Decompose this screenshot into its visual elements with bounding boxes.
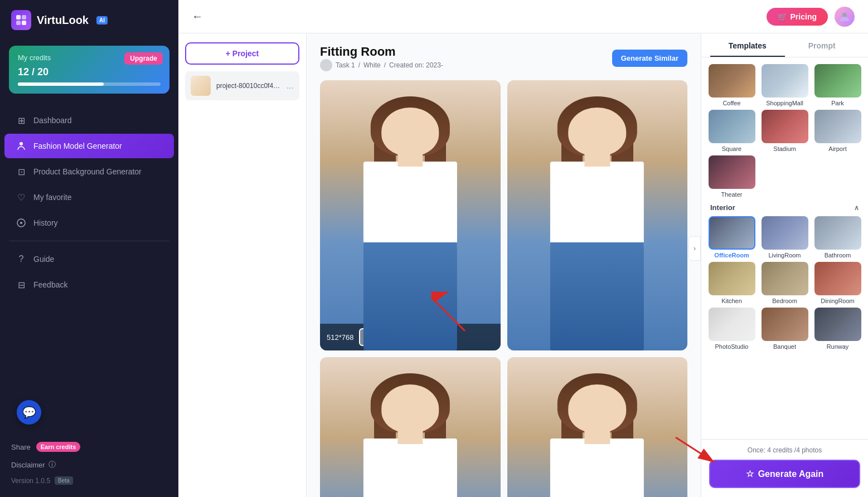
svg-rect-1 <box>22 15 26 20</box>
back-button[interactable]: ← <box>192 10 203 23</box>
version-row: Version 1.0.5 Beta <box>9 473 169 488</box>
coffee-label: Coffee <box>722 100 740 106</box>
template-theater[interactable]: Theater <box>707 155 757 198</box>
sidebar-item-history[interactable]: History <box>4 211 174 235</box>
feedback-icon: ⊟ <box>16 279 27 290</box>
tab-templates[interactable]: Templates <box>710 33 785 57</box>
pricing-button[interactable]: 🛒 Pricing <box>767 8 828 26</box>
svg-point-6 <box>20 222 22 224</box>
sidebar-item-guide[interactable]: ? Guide <box>4 247 174 271</box>
template-diningroom[interactable]: DiningRoom <box>813 262 862 304</box>
bedroom-thumb <box>762 262 808 295</box>
guide-label: Guide <box>33 255 54 264</box>
interior-row-2: Kitchen Bedroom DiningRoom <box>707 262 862 304</box>
stadium-thumb <box>762 110 808 143</box>
disclaimer-icon: ⓘ <box>49 460 56 470</box>
project-name: project-80010cc0f44f4dfc <box>216 82 281 90</box>
mall-label: ShoppingMall <box>766 100 803 106</box>
theater-thumb <box>709 155 755 189</box>
fashion-model-icon <box>16 140 27 152</box>
template-bathroom[interactable]: Bathroom <box>813 216 862 259</box>
template-bedroom[interactable]: Bedroom <box>760 262 809 304</box>
svg-rect-3 <box>22 21 26 25</box>
sidebar-item-dashboard[interactable]: ⊞ Dashboard <box>4 108 174 133</box>
history-label: History <box>33 218 58 227</box>
disclaimer-label: Disclaimer <box>11 461 45 469</box>
fitting-room-title: Fitting Room <box>320 45 443 59</box>
template-square[interactable]: Square <box>707 110 757 152</box>
generate-star-icon: ☆ <box>746 469 754 479</box>
add-project-button[interactable]: + Project <box>185 42 299 65</box>
banquet-label: Banquet <box>773 343 796 350</box>
favorite-icon: ♡ <box>16 192 27 203</box>
logo-area: VirtuLook AI <box>0 0 178 40</box>
template-shoppingmall[interactable]: ShoppingMall <box>760 64 809 106</box>
sidebar-item-fashion-model[interactable]: Fashion Model Generator <box>4 134 174 158</box>
meta-slash2: / <box>384 61 386 69</box>
fitting-meta: Task 1 / White / Created on: 2023- <box>320 59 443 71</box>
earn-credits-badge[interactable]: Earn credits <box>36 442 81 452</box>
sidebar-item-product-bg[interactable]: ⊡ Product Background Generator <box>4 159 174 184</box>
kitchen-label: Kitchen <box>721 298 742 304</box>
fashion-model-label: Fashion Model Generator <box>33 142 122 150</box>
interior-chevron-icon[interactable]: ∧ <box>854 204 859 212</box>
model-image-3 <box>320 357 501 497</box>
templates-scroll: Coffee ShoppingMall Park Square <box>701 57 868 439</box>
image-cell-inner-3: ✦ VirtuLook <box>320 357 501 497</box>
template-kitchen[interactable]: Kitchen <box>707 262 757 304</box>
upgrade-button[interactable]: Upgrade <box>124 52 163 65</box>
generate-similar-button[interactable]: Generate Similar <box>612 50 687 67</box>
sidebar-item-favorite[interactable]: ♡ My favorite <box>4 185 174 209</box>
pricing-cart-icon: 🛒 <box>778 12 787 21</box>
meta-avatar <box>320 59 332 71</box>
outdoor-row-1: Coffee ShoppingMall Park <box>707 64 862 106</box>
logo-icon <box>11 10 31 30</box>
credits-display: 12 / 20 <box>18 66 161 78</box>
tab-prompt[interactable]: Prompt <box>785 33 860 57</box>
chat-bubble-button[interactable]: 💬 <box>17 400 41 425</box>
model-image-4 <box>507 357 688 497</box>
bathroom-label: Bathroom <box>825 252 851 259</box>
meta-created: Created on: 2023- <box>389 61 443 69</box>
template-livingroom[interactable]: LivingRoom <box>760 216 809 259</box>
livingroom-thumb <box>762 216 808 250</box>
square-label: Square <box>722 145 741 152</box>
image-cell-2[interactable]: ✦ VirtuLook <box>507 80 688 350</box>
mall-thumb <box>762 64 808 98</box>
generate-again-label: Generate Again <box>758 469 824 479</box>
template-runway[interactable]: Runway <box>813 308 862 350</box>
task-label: Task 1 <box>336 61 355 69</box>
project-item[interactable]: project-80010cc0f44f4dfc ... <box>185 71 299 100</box>
image-cell-1[interactable]: ✦ VirtuLook 512*768 ♡ ↗ <box>320 80 501 350</box>
sidebar-nav: ⊞ Dashboard Fashion Model Generator ⊡ Pr… <box>0 103 178 431</box>
svg-rect-2 <box>16 21 21 25</box>
user-avatar[interactable] <box>835 7 855 27</box>
image-grid-container: ✦ VirtuLook 512*768 ♡ ↗ <box>320 80 687 497</box>
pricing-label: Pricing <box>791 12 817 21</box>
credits-box: My credits Upgrade 12 / 20 <box>9 46 169 94</box>
template-officeroom[interactable]: OfficeRoom <box>707 216 757 259</box>
beta-badge: Beta <box>55 476 73 485</box>
share-label: Share <box>11 443 31 451</box>
template-photostudio[interactable]: PhotoStudio <box>707 308 757 350</box>
outdoor-row-3: Theater <box>707 155 862 198</box>
template-coffee[interactable]: Coffee <box>707 64 757 106</box>
sidebar-item-feedback[interactable]: ⊟ Feedback <box>4 272 174 297</box>
project-more-button[interactable]: ... <box>287 81 294 91</box>
disclaimer-row[interactable]: Disclaimer ⓘ <box>9 456 169 473</box>
right-panel-tabs: Templates Prompt <box>701 33 868 57</box>
interior-row-1: OfficeRoom LivingRoom Bathroom <box>707 216 862 259</box>
image-cell-3[interactable]: ✦ VirtuLook <box>320 357 501 497</box>
project-panel: + Project project-80010cc0f44f4dfc ... <box>178 33 307 497</box>
image-size-label: 512*768 <box>327 333 353 342</box>
template-park[interactable]: Park <box>813 64 862 106</box>
livingroom-label: LivingRoom <box>768 252 801 259</box>
right-panel-toggle[interactable]: › <box>688 236 701 261</box>
photostudio-thumb <box>709 308 755 341</box>
template-airport[interactable]: Airport <box>813 110 862 152</box>
template-stadium[interactable]: Stadium <box>760 110 809 152</box>
generate-again-button[interactable]: ☆ Generate Again <box>709 460 860 488</box>
template-banquet[interactable]: Banquet <box>760 308 809 350</box>
dashboard-label: Dashboard <box>33 116 72 125</box>
image-cell-4[interactable]: ✦ VirtuLook <box>507 357 688 497</box>
